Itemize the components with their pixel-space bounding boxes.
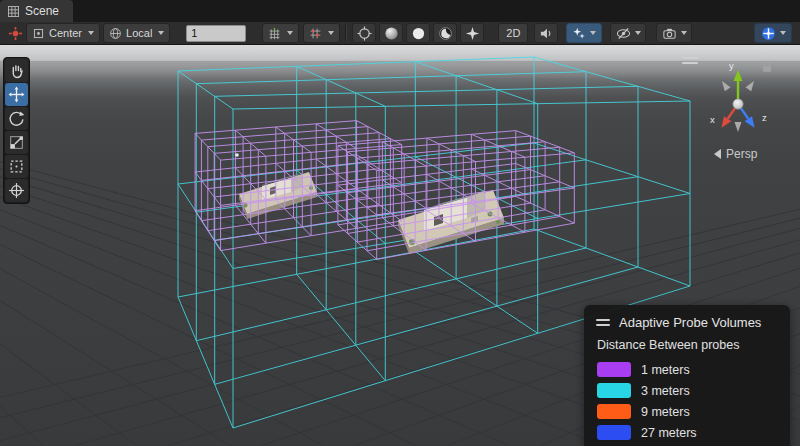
- crosshair-circle-icon: [357, 26, 372, 41]
- rect-tool-button[interactable]: [5, 155, 28, 178]
- mode-2d-label: 2D: [506, 27, 520, 39]
- grid-axis-icon: [268, 27, 281, 40]
- pivot-mode-label: Center: [49, 27, 82, 39]
- legend-subtitle: Distance Between probes: [584, 336, 790, 359]
- scale-icon: [8, 134, 25, 151]
- eye-slash-icon: [616, 26, 631, 41]
- legend-label-1m: 1 meters: [641, 363, 690, 377]
- shaded-sphere-icon: [384, 26, 399, 41]
- sparkles-icon: [572, 26, 586, 40]
- move-tool-button[interactable]: [5, 83, 28, 106]
- chevron-down-icon: [158, 31, 164, 35]
- orientation-gizmo[interactable]: y x z: [700, 59, 780, 135]
- legend-row: 3 meters: [584, 380, 790, 401]
- flare-icon: [465, 26, 480, 41]
- rotate-icon: [8, 110, 25, 127]
- tool-settings-icon[interactable]: [4, 24, 26, 42]
- moon-icon: [438, 26, 453, 41]
- grid-snap-icon: [309, 27, 322, 40]
- legend-label-27m: 27 meters: [641, 426, 697, 440]
- menu-line: [682, 62, 698, 64]
- move-icon: [8, 86, 25, 103]
- scale-tool-button[interactable]: [5, 131, 28, 154]
- rotate-tool-button[interactable]: [5, 107, 28, 130]
- speaker-icon: [539, 26, 554, 41]
- effects-dropdown[interactable]: [566, 23, 602, 43]
- legend-title: Adaptive Probe Volumes: [619, 315, 761, 330]
- pivot-mode-dropdown[interactable]: Center: [26, 23, 100, 43]
- axis-x-label: x: [710, 114, 715, 125]
- scene-camera-dropdown[interactable]: [656, 23, 692, 43]
- legend-row: 27 meters: [584, 422, 790, 443]
- orientation-label: Local: [126, 27, 152, 39]
- tab-bar: Scene: [0, 0, 800, 22]
- tab-scene[interactable]: Scene: [0, 0, 73, 22]
- grid-snap-dropdown[interactable]: [303, 23, 340, 43]
- camera-icon: [662, 26, 677, 41]
- grid-visibility-dropdown[interactable]: [262, 23, 299, 43]
- scene-lighting-toggle[interactable]: [433, 23, 457, 43]
- chevron-down-icon: [635, 31, 641, 35]
- probe-dot: [235, 153, 239, 157]
- shading-mode-toggle[interactable]: [379, 23, 403, 43]
- tool-context-icon: [8, 26, 23, 41]
- axis-y-label: y: [729, 60, 734, 71]
- projection-toggle[interactable]: Persp: [714, 147, 757, 161]
- chevron-down-icon: [328, 31, 334, 35]
- chevron-down-icon: [287, 31, 293, 35]
- tool-rail: [3, 57, 30, 204]
- chevron-left-icon: [714, 149, 721, 159]
- effects-flare-toggle[interactable]: [460, 23, 484, 43]
- legend-header[interactable]: Adaptive Probe Volumes: [584, 310, 790, 336]
- chevron-down-icon: [780, 31, 786, 35]
- probe-volumes-legend-panel: Adaptive Probe Volumes Distance Between …: [584, 305, 790, 446]
- projection-label: Persp: [726, 147, 757, 161]
- tab-title: Scene: [25, 4, 59, 18]
- legend-row: 9 meters: [584, 401, 790, 422]
- scene-toolbar: Center Local: [0, 22, 800, 45]
- scene-tab-grid-icon: [8, 6, 19, 17]
- menu-line: [682, 57, 698, 59]
- legend-label-3m: 3 meters: [641, 384, 690, 398]
- legend-label-9m: 9 meters: [641, 405, 690, 419]
- mode-2d-button[interactable]: 2D: [498, 23, 528, 43]
- gizmo-center-ball[interactable]: [733, 99, 743, 109]
- legend-row: 1 meters: [584, 359, 790, 380]
- overlay-menu-handle[interactable]: [682, 57, 698, 67]
- audio-toggle[interactable]: [534, 23, 558, 43]
- lighting-toggle[interactable]: [406, 23, 430, 43]
- handle-orientation-dropdown[interactable]: Local: [103, 23, 170, 43]
- toolbar-separator: [345, 25, 347, 41]
- pivot-icon: [32, 27, 45, 40]
- chevron-down-icon: [681, 31, 687, 35]
- transform-tool-button[interactable]: [5, 179, 28, 202]
- swatch-1m: [597, 362, 631, 377]
- drag-handle-icon: [596, 316, 610, 329]
- hand-icon: [8, 62, 25, 79]
- gizmos-toggle[interactable]: [352, 23, 376, 43]
- white-circle-icon: [411, 26, 426, 41]
- grid-size-field[interactable]: [186, 25, 246, 42]
- chevron-down-icon: [88, 31, 94, 35]
- scene-view-options-dropdown[interactable]: [754, 23, 792, 43]
- axis-z-label: z: [762, 112, 767, 123]
- swatch-3m: [597, 383, 631, 398]
- swatch-9m: [597, 404, 631, 419]
- chevron-down-icon: [590, 31, 596, 35]
- rect-tool-icon: [8, 158, 25, 175]
- globe-icon: [109, 27, 122, 40]
- scene-viewport[interactable]: y x z Persp Adaptive Probe Volumes Dista…: [0, 45, 800, 446]
- scene-visibility-dropdown[interactable]: [610, 23, 646, 43]
- swatch-27m: [597, 425, 631, 440]
- navigation-gizmo-icon: [761, 26, 776, 41]
- transform-tool-icon: [8, 182, 25, 199]
- pan-tool-button[interactable]: [5, 59, 28, 82]
